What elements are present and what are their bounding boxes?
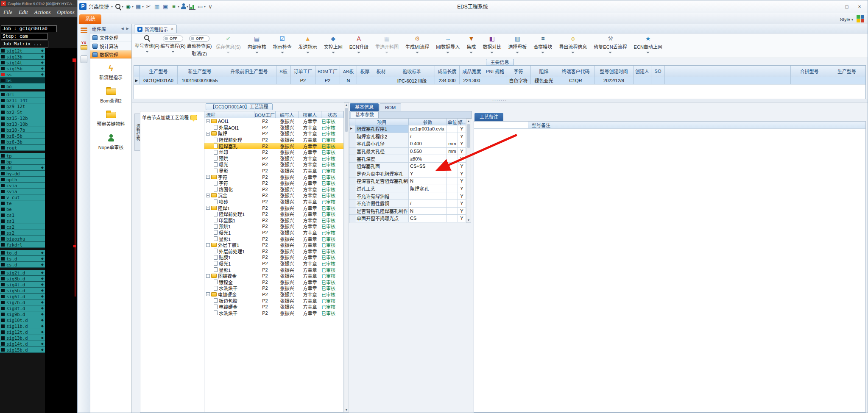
chevron-down-icon[interactable]: ▾ xyxy=(142,5,144,8)
menu-icon[interactable] xyxy=(81,28,87,33)
row-selector-cell[interactable] xyxy=(349,215,355,222)
flow-tree-row[interactable]: − AOI1 P2 张振兴 方幸章 xyxy=(204,118,343,125)
param-value-cell[interactable]: Y xyxy=(409,170,447,178)
row-selector-cell[interactable] xyxy=(349,200,355,208)
dropdown-caret-icon[interactable] xyxy=(357,52,360,53)
layer-visibility-marker[interactable] xyxy=(1,79,5,82)
flow-tree-row[interactable]: − 终固化 P2 张振兴 方幸章 xyxy=(204,186,343,193)
param-value-cell[interactable] xyxy=(409,192,447,200)
component-category[interactable]: 设计算法 xyxy=(90,42,131,50)
layer-row[interactable]: rout ◆ xyxy=(0,145,45,151)
param-value-cell[interactable]: 0.550 xyxy=(409,148,447,155)
menu-item[interactable]: Edit xyxy=(19,9,28,16)
column-header[interactable]: 状态 xyxy=(321,111,343,118)
main-info-data-row[interactable]: ▶ GC1QR001A0 10011600010655 xyxy=(134,77,865,84)
layer-visibility-marker[interactable] xyxy=(1,166,5,169)
scroll-up-icon[interactable]: ▲ xyxy=(345,103,348,107)
minimize-button[interactable]: ─ xyxy=(828,2,840,12)
layer-row[interactable]: sig14t.d ◆ xyxy=(0,341,45,347)
layer-row[interactable]: ss1 ◆ xyxy=(0,218,45,224)
column-header[interactable]: 型号创建时间 xyxy=(594,66,634,77)
write-flow-toggle[interactable]: OFF xyxy=(163,36,183,42)
layer-visibility-marker[interactable] xyxy=(1,307,5,310)
param-row[interactable]: 是否为盘中孔阻焊塞孔 Y Y xyxy=(349,170,466,178)
row-selector-cell[interactable] xyxy=(349,133,355,141)
cancel-label[interactable]: 取消(Z) xyxy=(192,50,207,57)
param-row[interactable]: 塞孔最大孔径 0.550 mm Y xyxy=(349,148,466,155)
layer-row[interactable]: sig4t.d ◆ xyxy=(0,282,45,288)
remarks-content-area[interactable] xyxy=(474,129,865,412)
column-header[interactable]: 编写人 xyxy=(276,111,299,118)
tab-new-flow-indication[interactable]: P 新流程指示 × xyxy=(134,25,177,33)
pager-arrows-icon[interactable]: ◀ ▶ xyxy=(121,27,130,30)
param-row[interactable]: 阻焊塞孔程序2 / Y xyxy=(349,133,466,141)
layer-visibility-marker[interactable] xyxy=(1,348,5,352)
layer-row[interactable]: be ◆ xyxy=(0,206,45,212)
column-header[interactable]: 合拼型号 xyxy=(791,66,828,77)
flow-tree-row[interactable]: − 贴膜1 P2 张振兴 方幸章 xyxy=(204,254,343,261)
layer-visibility-marker[interactable] xyxy=(1,283,5,286)
flow-tree-row[interactable]: − 外层AOI1 P2 张振兴 方幸章 xyxy=(204,125,343,131)
layer-row[interactable]: bo ◆ xyxy=(0,83,45,89)
row-selector-cell[interactable] xyxy=(349,185,355,193)
layer-row[interactable]: bz6-3b ◆ xyxy=(0,139,45,145)
ribbon-button[interactable]: ☑ 指示检查 xyxy=(270,35,295,53)
ribbon-button[interactable]: ☺ 导出流程信息 xyxy=(555,35,590,53)
layer-row[interactable]: te ◆ xyxy=(0,200,45,206)
column-header[interactable]: BOM工厂 xyxy=(254,111,276,118)
flow-tree-row[interactable]: − 阻焊前处理 P2 张振兴 方幸章 xyxy=(204,137,343,143)
menu-item[interactable]: File xyxy=(3,9,12,16)
layer-visibility-marker[interactable] xyxy=(1,146,5,150)
chevron-down-icon[interactable]: ▾ xyxy=(187,5,188,8)
chevron-down-icon[interactable]: ▾ xyxy=(132,5,134,8)
layer-visibility-marker[interactable] xyxy=(1,49,5,53)
layer-row[interactable]: sig13b ◆ xyxy=(0,54,45,60)
param-value-cell[interactable]: CS+SS xyxy=(409,163,447,170)
layer-visibility-marker[interactable] xyxy=(1,202,5,205)
layer-visibility-marker[interactable] xyxy=(1,190,5,193)
param-row[interactable]: 塞孔最小孔径 0.400 mm Y xyxy=(349,140,466,148)
dropdown-caret-icon[interactable] xyxy=(608,52,612,53)
layer-visibility-marker[interactable] xyxy=(1,85,5,88)
ribbon-button[interactable]: ◆ 文控上网 xyxy=(321,35,346,53)
param-value-cell[interactable]: 阻焊塞孔 xyxy=(409,185,447,193)
dropdown-caret-icon[interactable] xyxy=(416,52,419,53)
layer-row[interactable]: ss ◆ xyxy=(0,72,45,78)
flow-tree-row[interactable]: − 印显膜1 P2 张振兴 方幸章 xyxy=(204,217,343,224)
rect-icon[interactable]: ▭ xyxy=(196,3,204,11)
dropdown-caret-icon[interactable] xyxy=(385,52,388,53)
flow-tree-row[interactable]: − 外层前处理1 P2 张振兴 方幸章 xyxy=(204,248,343,254)
close-button[interactable]: × xyxy=(853,2,866,12)
layer-visibility-marker[interactable] xyxy=(1,93,5,96)
layer-visibility-marker[interactable] xyxy=(1,73,5,76)
layer-row[interactable]: sig11b.d ◆ xyxy=(0,323,45,329)
layer-visibility-marker[interactable] xyxy=(1,172,5,175)
layer-row[interactable]: sig8t.d ◆ xyxy=(0,305,45,311)
param-row[interactable]: 单面开窗不捣曝光点 CS Y xyxy=(349,215,466,222)
layer-visibility-marker[interactable] xyxy=(1,178,5,181)
flow-tree-row[interactable]: − 预烘1 P2 张振兴 方幸章 xyxy=(204,223,343,230)
ribbon-button[interactable]: ◧ 数据对比 xyxy=(479,35,505,53)
flow-tree-row[interactable]: − 字符 P2 张振兴 方幸章 xyxy=(204,180,343,186)
flow-tree-row[interactable]: − 曝光1 P2 张振兴 方幸章 xyxy=(204,261,343,267)
param-value-cell[interactable]: CS xyxy=(409,215,447,222)
scroll-up-icon[interactable]: ▲ xyxy=(467,119,470,123)
layer-visibility-marker[interactable] xyxy=(1,313,5,316)
layer-row[interactable]: to.d ◆ xyxy=(0,250,45,256)
column-header[interactable]: BOM工厂 xyxy=(315,66,340,77)
flow-tree-row[interactable]: − 水洗烘干 P2 张振兴 方幸章 xyxy=(204,310,343,316)
layer-visibility-marker[interactable] xyxy=(1,67,5,70)
collapse-icon[interactable]: − xyxy=(206,243,210,247)
ribbon-button[interactable]: ≡ 合拼模块 xyxy=(530,35,555,53)
column-header[interactable]: 升级前旧生产型号 xyxy=(222,66,276,77)
ribbon-button[interactable]: → MI数据导入 xyxy=(433,35,463,53)
layer-visibility-marker[interactable] xyxy=(1,184,5,187)
flow-tree-row[interactable]: − 曝光 P2 张振兴 方幸章 xyxy=(204,161,343,168)
flow-tree-row[interactable]: − 曝光1 P2 张振兴 方幸章 xyxy=(204,230,343,236)
param-row[interactable]: 阻焊塞孔面 CS+SS Y xyxy=(349,163,466,170)
layer-row[interactable]: sig15b.d ◆ xyxy=(0,347,45,353)
more-icon[interactable]: ∨ xyxy=(207,3,214,11)
menu-item[interactable]: Options xyxy=(57,9,75,16)
column-header[interactable]: 成品长度 xyxy=(435,66,460,77)
row-selector-cell[interactable] xyxy=(349,192,355,200)
